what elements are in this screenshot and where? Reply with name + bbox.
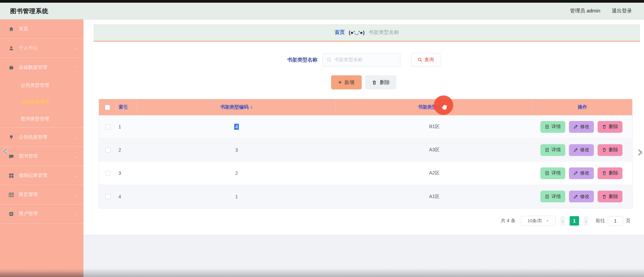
pencil-icon xyxy=(573,124,578,129)
breadcrumb: 首页 (●'◡'●) 书架类型名称 xyxy=(94,24,640,42)
cell-index: 3 xyxy=(116,170,137,176)
sort-icons[interactable]: ▲▼ xyxy=(448,106,451,109)
chevron-down-icon: ⌄ xyxy=(74,173,78,177)
row-checkbox[interactable] xyxy=(105,124,110,129)
sidebar-item-label: 个人中心 xyxy=(19,45,74,51)
app-title: 图书管理系统 xyxy=(10,7,48,15)
sidebar-item-notice-type[interactable]: 公告类型管理 xyxy=(0,77,83,94)
database-icon xyxy=(8,65,14,71)
add-button[interactable]: + 新增 xyxy=(331,75,362,89)
sidebar-item-label: 图书管理 xyxy=(19,153,74,159)
table-header-code[interactable]: 书架类型编码 ▲▼ xyxy=(137,99,336,115)
detail-button[interactable]: 详情 xyxy=(540,191,565,202)
edit-button[interactable]: 修改 xyxy=(569,144,594,156)
edit-button[interactable]: 修改 xyxy=(569,167,594,179)
user-icon xyxy=(8,45,14,51)
cell-index: 1 xyxy=(116,124,137,129)
goto-suffix: 页 xyxy=(626,218,631,224)
next-page-button[interactable]: › xyxy=(584,216,588,226)
row-checkbox[interactable] xyxy=(105,148,110,153)
breadcrumb-home-link[interactable]: 首页 xyxy=(335,29,345,36)
document-icon xyxy=(545,194,549,199)
table-header-ops: 操作 xyxy=(533,99,632,115)
users-icon xyxy=(8,211,14,217)
plus-icon: + xyxy=(338,79,342,86)
video-top-strip xyxy=(0,0,644,3)
cell-name: A3区 xyxy=(336,147,533,153)
search-input[interactable]: 书架类型名称 xyxy=(322,53,400,67)
row-checkbox[interactable] xyxy=(105,171,110,176)
detail-button[interactable]: 详情 xyxy=(540,144,565,156)
sidebar-item-home[interactable]: 首页 xyxy=(0,19,83,39)
goto-label: 前往 xyxy=(596,218,605,224)
sidebar-item-personal-center[interactable]: 个人中心 ⌄ xyxy=(0,39,83,58)
table-header-index: 索引 xyxy=(116,99,137,115)
table-header-name[interactable]: 书架类型名称 ▲▼ xyxy=(336,99,533,115)
sidebar-item-book-manage[interactable]: 图书管理 ⌄ xyxy=(0,147,83,166)
sidebar-item-user-manage[interactable]: 用户管理 ⌄ xyxy=(0,204,83,224)
app-window: 图书管理系统 管理员 admin 退出登录 首页 个人中心 ⌄ xyxy=(0,0,644,277)
sidebar-item-book-type[interactable]: 图书类型管理 xyxy=(0,111,83,127)
search-placeholder: 书架类型名称 xyxy=(334,57,363,63)
query-button[interactable]: 查询 xyxy=(411,53,440,67)
detail-button[interactable]: 详情 xyxy=(540,121,565,133)
cell-code: 3 xyxy=(137,147,336,153)
cell-name: B1区 xyxy=(336,124,533,130)
cell-code-selected: 4 xyxy=(234,124,239,130)
chevron-down-icon: ⌄ xyxy=(74,193,78,197)
pencil-icon xyxy=(573,194,578,199)
collapse-left-chevron-icon[interactable]: ‹ xyxy=(2,143,8,158)
detail-button[interactable]: 详情 xyxy=(540,167,565,179)
sidebar-item-base-data[interactable]: 基础数据管理 ⌃ xyxy=(0,58,83,77)
sort-icons[interactable]: ▲▼ xyxy=(250,106,253,109)
sidebar-item-shelf-type[interactable]: 书架类型管理 xyxy=(0,94,83,111)
trash-icon xyxy=(602,171,607,175)
goto-page-input[interactable] xyxy=(608,216,623,226)
document-icon xyxy=(545,148,549,152)
cell-name: A1区 xyxy=(336,194,533,200)
pencil-icon xyxy=(573,148,578,152)
records-icon xyxy=(8,172,14,179)
page-size-value: 10条/页 xyxy=(528,218,542,224)
sidebar-bottom-fade xyxy=(0,271,83,277)
expand-right-chevron-icon[interactable]: › xyxy=(637,144,643,159)
document-icon xyxy=(545,171,549,175)
row-delete-button[interactable]: 删除 xyxy=(598,121,622,133)
row-delete-button[interactable]: 删除 xyxy=(598,144,622,156)
prev-page-button[interactable]: ‹ xyxy=(561,216,565,226)
sidebar-item-label: 公告类型管理 xyxy=(21,82,49,88)
cell-index: 2 xyxy=(116,147,137,153)
select-all-checkbox[interactable] xyxy=(105,105,110,110)
trash-icon xyxy=(602,124,607,129)
toolbar: + 新增 删除 xyxy=(83,75,644,89)
sidebar-item-label: 留言管理 xyxy=(19,192,74,198)
content-background xyxy=(83,235,644,277)
table-row: 2 3 A3区 详情 修改 删除 xyxy=(99,138,632,162)
sidebar-item-notice-info[interactable]: 公告信息管理 ⌄ xyxy=(0,128,83,147)
cell-code: 2 xyxy=(137,170,336,176)
cell-name: A2区 xyxy=(336,170,533,176)
announcement-icon xyxy=(8,134,14,140)
breadcrumb-current: 书架类型名称 xyxy=(368,29,399,36)
page-size-select[interactable]: 10条/页 ▼ xyxy=(521,216,556,226)
edit-button[interactable]: 修改 xyxy=(569,191,594,202)
document-icon xyxy=(545,124,549,129)
row-delete-button[interactable]: 删除 xyxy=(598,191,622,202)
delete-button[interactable]: 删除 xyxy=(365,75,396,89)
row-checkbox[interactable] xyxy=(105,194,110,199)
book-icon xyxy=(8,153,14,159)
sidebar-item-message-manage[interactable]: 留言管理 ⌄ xyxy=(0,185,83,204)
sidebar-item-label: 首页 xyxy=(19,26,77,32)
edit-button[interactable]: 修改 xyxy=(569,121,594,133)
row-delete-button[interactable]: 删除 xyxy=(598,167,622,179)
logout-button[interactable]: 退出登录 xyxy=(612,8,632,14)
sidebar-item-label: 书架类型管理 xyxy=(21,99,49,105)
data-table: 索引 书架类型编码 ▲▼ 书架类型名称 ▲▼ 操作 xyxy=(99,99,633,208)
current-page-button[interactable]: 1 xyxy=(570,216,579,226)
trash-icon xyxy=(602,148,607,152)
cell-code: 1 xyxy=(137,194,336,199)
table-row: 3 2 A2区 详情 修改 删除 xyxy=(99,162,632,185)
sidebar-item-label: 图书类型管理 xyxy=(21,116,49,122)
sidebar-item-borrow-records[interactable]: 借阅记录管理 ⌄ xyxy=(0,166,83,185)
admin-user-label[interactable]: 管理员 admin xyxy=(570,8,600,14)
